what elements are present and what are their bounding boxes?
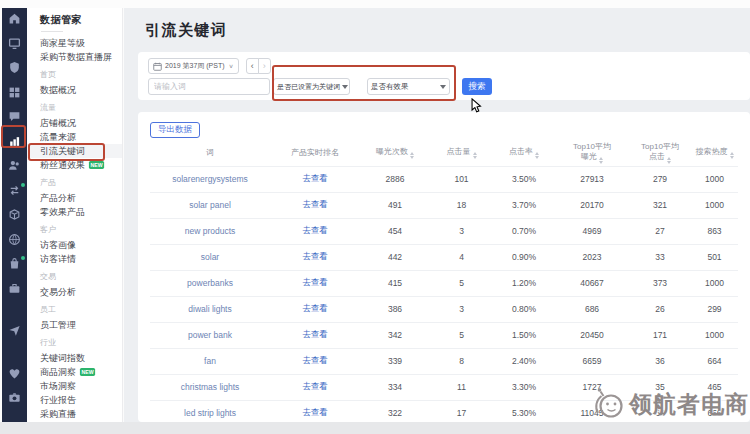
set-as-keyword-select[interactable]: 是否已设置为关键词 [273,78,350,95]
sidebar-item[interactable]: 采购直播 [40,407,122,421]
view-link[interactable]: 去查看 [302,199,328,209]
sort-icon[interactable] [599,157,603,164]
column-header[interactable]: 点击率 [493,140,555,166]
screen-top-margin [0,0,750,8]
sidebar-item[interactable]: 员工管理 [40,318,122,332]
week-picker[interactable]: 2019 第37周 (PST) ∨ [148,58,239,74]
heart-icon[interactable] [8,367,21,380]
ctr-cell: 1.50% [493,322,555,348]
new-badge: NEW [80,368,95,376]
sidebar-item[interactable]: 行业报告 [40,393,122,407]
sidebar-item[interactable]: 交易分析 [40,285,122,299]
sidebar-item[interactable]: 数据概况 [40,83,122,97]
keyword-link[interactable]: solar panel [150,192,270,218]
sidebar: 数据管家 商家星等级采购节数据直播屏首页数据概况流量店铺概况流量来源引流关键词粉… [27,8,123,422]
shield-icon[interactable] [8,61,21,74]
sort-icon[interactable] [667,157,671,164]
clicks-cell: 5 [430,322,493,348]
next-week-button[interactable]: › [258,58,271,74]
sort-icon[interactable] [410,152,414,159]
table-row: solar panel去查看491183.70%201703211000 [150,192,738,218]
top10-clicks-cell: 373 [629,270,691,296]
sidebar-item[interactable]: 关键词指数 [40,351,122,365]
monitor-icon[interactable] [8,37,21,50]
transfer-icon[interactable] [8,184,21,197]
view-link[interactable]: 去查看 [302,407,328,417]
grid-icon[interactable] [8,86,21,99]
briefcase-icon[interactable] [8,282,21,295]
dropdown-caret-icon [342,85,348,89]
watermark-text: 领航者电商 [629,389,749,420]
prev-week-button[interactable]: ‹ [246,58,259,74]
clicks-cell: 4 [430,244,493,270]
bar-chart-icon[interactable] [8,135,21,148]
top10-impressions-cell: 686 [555,296,629,322]
filter-panel: 2019 第37周 (PST) ∨ ‹ › 是否已设置为关键词 是否有效果 搜索 [138,52,750,100]
sort-icon[interactable] [473,152,477,159]
view-link[interactable]: 去查看 [302,381,328,391]
sidebar-item[interactable]: 店铺概况 [40,116,122,130]
chat-icon[interactable] [8,110,21,123]
sidebar-item[interactable]: 产品分析 [40,191,122,205]
view-link[interactable]: 去查看 [302,225,328,235]
export-data-button[interactable]: 导出数据 [150,122,200,138]
keyword-search-input[interactable] [148,78,270,95]
top10-impressions-cell: 20450 [555,322,629,348]
camera-icon[interactable] [8,391,21,404]
keyword-link[interactable]: solarenergysystems [150,166,270,192]
keyword-link[interactable]: solar [150,244,270,270]
column-header[interactable]: 点击量 [430,140,493,166]
sidebar-item[interactable]: 采购节数据直播屏 [40,50,122,64]
ctr-cell: 3.50% [493,166,555,192]
sort-icon[interactable] [730,152,734,159]
keyword-link[interactable]: power bank [150,322,270,348]
top10-impressions-cell: 2023 [555,244,629,270]
sort-icon[interactable] [535,152,539,159]
view-link[interactable]: 去查看 [302,355,328,365]
notification-dot [21,183,25,187]
clicks-cell: 3 [430,218,493,244]
view-link[interactable]: 去查看 [302,173,328,183]
sidebar-item[interactable]: 零效果产品 [40,205,122,219]
package-icon[interactable] [8,208,21,221]
search-button[interactable]: 搜索 [462,78,492,95]
sidebar-item[interactable]: 市场洞察 [40,379,122,393]
keyword-link[interactable]: new products [150,218,270,244]
icon-rail [2,8,27,422]
column-header[interactable]: Top10平均点击 [629,140,691,166]
sidebar-item-label: 产品分析 [40,191,76,205]
users-icon[interactable] [8,159,21,172]
column-header[interactable]: 搜索热度 [691,140,738,166]
sidebar-item-label: 访客画像 [40,238,76,252]
send-icon[interactable] [8,324,21,337]
sidebar-item[interactable]: 访客画像 [40,238,122,252]
sidebar-section-label: 流量 [40,103,122,112]
keyword-link[interactable]: christmas lights [150,374,270,400]
sidebar-section-label: 首页 [40,70,122,79]
sidebar-item[interactable]: 商家星等级 [40,36,122,50]
sidebar-item[interactable]: 引流关键词 [27,144,123,158]
sidebar-item[interactable]: 粉丝通效果NEW [40,158,122,172]
view-link[interactable]: 去查看 [302,251,328,261]
sidebar-item[interactable]: 流量来源 [40,130,122,144]
bag-icon[interactable] [8,257,21,270]
sidebar-item-label: 采购直播 [40,407,76,421]
view-link[interactable]: 去查看 [302,277,328,287]
mouse-cursor [471,98,482,118]
sidebar-item-label: 店铺概况 [40,116,76,130]
view-link[interactable]: 去查看 [302,303,328,313]
has-effect-select[interactable]: 是否有效果 [367,78,450,95]
view-link[interactable]: 去查看 [302,329,328,339]
globe-icon[interactable] [8,233,21,246]
home-icon[interactable] [8,12,21,25]
keyword-link[interactable]: fan [150,348,270,374]
sidebar-item-label: 关键词指数 [40,351,85,365]
sidebar-section-label: 产品 [40,178,122,187]
column-header[interactable]: 曝光次数 [360,140,430,166]
keyword-link[interactable]: diwali lights [150,296,270,322]
sidebar-item[interactable]: 访客详情 [40,252,122,266]
impressions-cell: 342 [360,322,430,348]
keyword-link[interactable]: powerbanks [150,270,270,296]
sidebar-item[interactable]: 商品洞察NEW [40,365,122,379]
column-header[interactable]: Top10平均曝光 [555,140,629,166]
